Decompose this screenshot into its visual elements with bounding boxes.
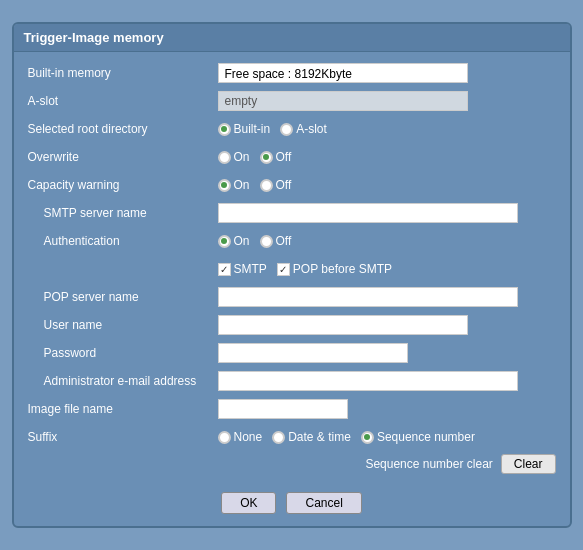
smtp-server-row: SMTP server name	[28, 202, 556, 224]
pop-before-smtp-checkbox[interactable]	[277, 263, 290, 276]
capacity-on-radio[interactable]	[218, 179, 231, 192]
admin-email-row: Administrator e-mail address	[28, 370, 556, 392]
pop-before-smtp-checkbox-item[interactable]: POP before SMTP	[277, 262, 392, 276]
a-slot-label: A-slot	[28, 94, 218, 108]
capacity-off-radio[interactable]	[260, 179, 273, 192]
overwrite-off-label: Off	[276, 150, 292, 164]
suffix-datetime-radio[interactable]	[272, 431, 285, 444]
auth-on-radio[interactable]	[218, 235, 231, 248]
image-file-input[interactable]	[218, 399, 348, 419]
smtp-server-input[interactable]	[218, 203, 518, 223]
pop-server-input[interactable]	[218, 287, 518, 307]
overwrite-on-option[interactable]: On	[218, 150, 250, 164]
pop-server-label: POP server name	[28, 290, 218, 304]
smtp-checkbox[interactable]	[218, 263, 231, 276]
auth-off-radio[interactable]	[260, 235, 273, 248]
dialog: Trigger-Image memory Built-in memory Fre…	[12, 22, 572, 528]
cancel-button[interactable]: Cancel	[286, 492, 361, 514]
suffix-datetime-option[interactable]: Date & time	[272, 430, 351, 444]
suffix-sequence-option[interactable]: Sequence number	[361, 430, 475, 444]
root-dir-radio-group: Built-in A-slot	[218, 122, 327, 136]
suffix-radio-group: None Date & time Sequence number	[218, 430, 475, 444]
auth-radio-group: On Off	[218, 234, 292, 248]
capacity-warning-label: Capacity warning	[28, 178, 218, 192]
capacity-warning-row: Capacity warning On Off	[28, 174, 556, 196]
root-aslot-radio[interactable]	[280, 123, 293, 136]
clear-button[interactable]: Clear	[501, 454, 556, 474]
suffix-sequence-radio[interactable]	[361, 431, 374, 444]
auth-off-label: Off	[276, 234, 292, 248]
root-builtin-radio[interactable]	[218, 123, 231, 136]
user-name-label: User name	[28, 318, 218, 332]
built-in-memory-value: Free space : 8192Kbyte	[218, 63, 468, 83]
root-builtin-option[interactable]: Built-in	[218, 122, 271, 136]
pop-server-row: POP server name	[28, 286, 556, 308]
seq-clear-label: Sequence number clear	[365, 457, 492, 471]
capacity-on-label: On	[234, 178, 250, 192]
dialog-title: Trigger-Image memory	[14, 24, 570, 52]
a-slot-row: A-slot empty	[28, 90, 556, 112]
a-slot-value: empty	[218, 91, 468, 111]
suffix-row: Suffix None Date & time Sequence number	[28, 426, 556, 448]
suffix-sequence-label: Sequence number	[377, 430, 475, 444]
admin-email-input[interactable]	[218, 371, 518, 391]
suffix-none-label: None	[234, 430, 263, 444]
dialog-content: Built-in memory Free space : 8192Kbyte A…	[14, 52, 570, 486]
auth-label: Authentication	[28, 234, 218, 248]
suffix-none-radio[interactable]	[218, 431, 231, 444]
overwrite-radio-group: On Off	[218, 150, 292, 164]
root-dir-label: Selected root directory	[28, 122, 218, 136]
root-dir-row: Selected root directory Built-in A-slot	[28, 118, 556, 140]
pop-before-smtp-label: POP before SMTP	[293, 262, 392, 276]
overwrite-row: Overwrite On Off	[28, 146, 556, 168]
user-name-row: User name	[28, 314, 556, 336]
overwrite-on-label: On	[234, 150, 250, 164]
overwrite-off-radio[interactable]	[260, 151, 273, 164]
smtp-pop-checkbox-group: SMTP POP before SMTP	[218, 262, 393, 276]
password-input[interactable]	[218, 343, 408, 363]
suffix-label: Suffix	[28, 430, 218, 444]
auth-row: Authentication On Off	[28, 230, 556, 252]
auth-on-option[interactable]: On	[218, 234, 250, 248]
auth-off-option[interactable]: Off	[260, 234, 292, 248]
smtp-checkbox-item[interactable]: SMTP	[218, 262, 267, 276]
built-in-memory-row: Built-in memory Free space : 8192Kbyte	[28, 62, 556, 84]
image-file-label: Image file name	[28, 402, 218, 416]
capacity-off-option[interactable]: Off	[260, 178, 292, 192]
footer-buttons: OK Cancel	[14, 492, 570, 514]
suffix-none-option[interactable]: None	[218, 430, 263, 444]
capacity-radio-group: On Off	[218, 178, 292, 192]
ok-button[interactable]: OK	[221, 492, 276, 514]
image-file-row: Image file name	[28, 398, 556, 420]
smtp-pop-row: SMTP POP before SMTP	[28, 258, 556, 280]
root-aslot-option[interactable]: A-slot	[280, 122, 327, 136]
capacity-on-option[interactable]: On	[218, 178, 250, 192]
overwrite-on-radio[interactable]	[218, 151, 231, 164]
capacity-off-label: Off	[276, 178, 292, 192]
root-builtin-label: Built-in	[234, 122, 271, 136]
seq-clear-row: Sequence number clear Clear	[28, 454, 556, 474]
password-row: Password	[28, 342, 556, 364]
admin-email-label: Administrator e-mail address	[28, 374, 218, 388]
overwrite-off-option[interactable]: Off	[260, 150, 292, 164]
auth-on-label: On	[234, 234, 250, 248]
overwrite-label: Overwrite	[28, 150, 218, 164]
smtp-checkbox-label: SMTP	[234, 262, 267, 276]
password-label: Password	[28, 346, 218, 360]
smtp-server-label: SMTP server name	[28, 206, 218, 220]
built-in-memory-label: Built-in memory	[28, 66, 218, 80]
root-aslot-label: A-slot	[296, 122, 327, 136]
suffix-datetime-label: Date & time	[288, 430, 351, 444]
user-name-input[interactable]	[218, 315, 468, 335]
